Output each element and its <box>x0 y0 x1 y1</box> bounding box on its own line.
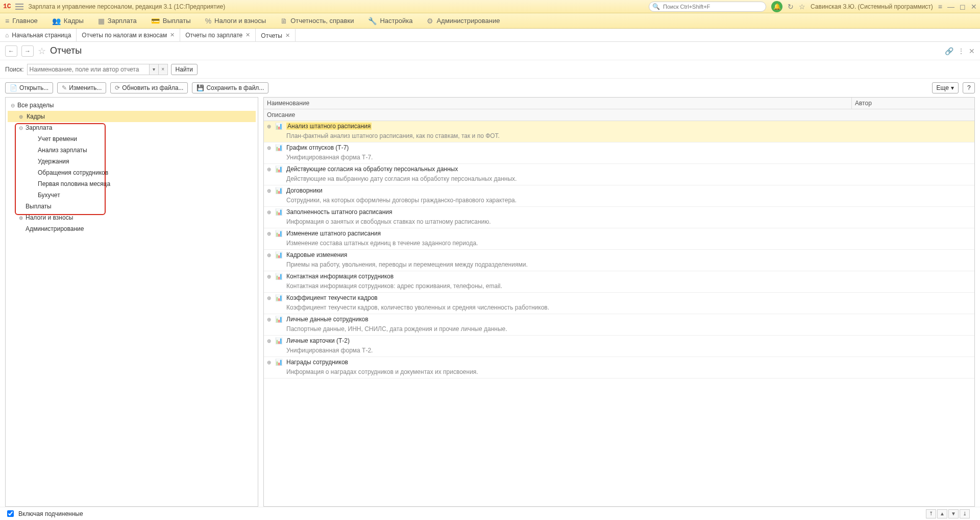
main-menu-item-3[interactable]: 💳Выплаты <box>151 17 191 25</box>
row-expand-icon[interactable]: ⊕ <box>267 188 272 194</box>
footer-bottom-button[interactable]: ⤓ <box>960 509 970 518</box>
tab-0[interactable]: ⌂Начальная страница <box>0 29 77 41</box>
tree-row[interactable]: ⊕Кадры <box>8 111 256 122</box>
tree-row[interactable]: Бухучет <box>8 190 256 201</box>
user-name[interactable]: Савинская З.Ю. (Системный программист) <box>811 3 933 10</box>
global-search[interactable]: 🔍 <box>649 2 766 12</box>
tree-row[interactable]: Администрирование <box>8 223 256 234</box>
more-icon[interactable]: ⋮ <box>958 47 965 55</box>
main-menu-item-2[interactable]: ▦Зарплата <box>98 17 137 25</box>
tree-row[interactable]: ⊖Все разделы <box>8 100 256 111</box>
grid-row[interactable]: ⊕📊Кадровые измененияПриемы на работу, ув… <box>264 250 974 271</box>
main-menu-item-0[interactable]: ≡Главное <box>5 17 38 25</box>
save-to-file-button[interactable]: 💾Сохранить в файл... <box>192 82 268 93</box>
minimize-icon[interactable]: — <box>947 3 954 11</box>
help-button[interactable]: ? <box>963 82 975 93</box>
main-menu-item-4[interactable]: %Налоги и взносы <box>205 17 266 25</box>
grid-header-author[interactable]: Автор <box>852 98 974 109</box>
close-icon[interactable]: ✕ <box>971 3 977 11</box>
more-button[interactable]: Еще ▾ <box>932 82 959 93</box>
open-button[interactable]: 📄Открыть... <box>5 82 53 93</box>
grid-row[interactable]: ⊕📊Изменение штатного расписанияИзменение… <box>264 228 974 250</box>
expand-icon[interactable]: ⊕ <box>18 114 24 120</box>
maximize-icon[interactable]: ◻ <box>960 3 966 11</box>
link-icon[interactable]: 🔗 <box>945 47 953 55</box>
row-expand-icon[interactable]: ⊕ <box>267 317 272 322</box>
row-expand-icon[interactable]: ⊕ <box>267 145 272 151</box>
footer-top-button[interactable]: ⤒ <box>926 509 936 518</box>
tree-row[interactable]: ⊕Налоги и взносы <box>8 212 256 223</box>
close-page-icon[interactable]: ✕ <box>969 47 975 55</box>
favorites-icon[interactable]: ☆ <box>799 3 805 11</box>
grid-row[interactable]: ⊕📊График отпусков (Т-7)Унифицированная ф… <box>264 143 974 164</box>
tree-row[interactable]: Учет времени <box>8 133 256 145</box>
nav-back-button[interactable]: ← <box>5 45 17 57</box>
footer-down-button[interactable]: ▼ <box>948 509 959 518</box>
report-icon: 📊 <box>275 230 283 237</box>
app-logo: 1C <box>3 3 11 10</box>
main-menu-item-7[interactable]: ⚙Администрирование <box>427 17 500 25</box>
grid-row[interactable]: ⊕📊ДоговорникиСотрудники, на которых офор… <box>264 185 974 207</box>
grid-row[interactable]: ⊕📊Коэффициент текучести кадровКоэффициен… <box>264 293 974 314</box>
menu-item-icon: 🗎 <box>280 17 287 25</box>
expand-icon[interactable]: ⊕ <box>18 215 24 221</box>
tab-3[interactable]: Отчеты✕ <box>256 29 295 41</box>
row-expand-icon[interactable]: ⊕ <box>267 167 272 172</box>
grid-row[interactable]: ⊕📊Заполненность штатного расписанияИнфор… <box>264 207 974 228</box>
row-expand-icon[interactable]: ⊕ <box>267 360 272 365</box>
grid-row[interactable]: ⊕📊Анализ штатного расписанияПлан-фактный… <box>264 121 974 143</box>
update-from-file-button[interactable]: ⟳Обновить из файла... <box>110 82 188 93</box>
row-expand-icon[interactable]: ⊕ <box>267 124 272 129</box>
row-expand-icon[interactable]: ⊕ <box>267 252 272 258</box>
history-icon[interactable]: ↻ <box>788 3 794 11</box>
global-search-input[interactable] <box>662 3 763 10</box>
tree-row[interactable]: Обращения сотрудников <box>8 167 256 178</box>
tab-close-icon[interactable]: ✕ <box>170 32 175 38</box>
tree-row[interactable]: Анализ зарплаты <box>8 145 256 156</box>
expand-icon[interactable]: ⊖ <box>10 103 16 108</box>
tab-1[interactable]: Отчеты по налогам и взносам✕ <box>77 29 180 41</box>
notifications-icon[interactable]: 🔔 <box>771 1 782 12</box>
menu-item-label: Администрирование <box>436 17 500 25</box>
edit-button[interactable]: ✎Изменить... <box>57 82 106 93</box>
grid-header-name[interactable]: Наименование <box>264 98 852 109</box>
grid-row[interactable]: ⊕📊Действующие согласия на обработку перс… <box>264 164 974 185</box>
grid-row[interactable]: ⊕📊Контактная информация сотрудниковКонта… <box>264 271 974 293</box>
main-menu-item-6[interactable]: 🔧Настройка <box>368 17 412 25</box>
grid-row[interactable]: ⊕📊Личные карточки (Т-2)Унифицированная ф… <box>264 336 974 357</box>
tree-row[interactable]: Удержания <box>8 156 256 167</box>
settings-icon[interactable]: ≡ <box>938 3 942 11</box>
grid-row[interactable]: ⊕📊Награды сотрудниковИнформация о наград… <box>264 357 974 379</box>
menu-item-label: Кадры <box>64 17 84 25</box>
search-input[interactable] <box>27 64 150 75</box>
tree-row[interactable]: ⊖Зарплата <box>8 122 256 133</box>
tree-row[interactable]: Первая половина месяца <box>8 178 256 190</box>
menu-item-label: Налоги и взносы <box>214 17 266 25</box>
footer-up-button[interactable]: ▲ <box>937 509 947 518</box>
main-menu-item-5[interactable]: 🗎Отчетность, справки <box>280 17 354 25</box>
row-expand-icon[interactable]: ⊕ <box>267 295 272 301</box>
menu-icon[interactable] <box>15 4 23 10</box>
row-expand-icon[interactable]: ⊕ <box>267 231 272 237</box>
grid-row[interactable]: ⊕📊Личные данные сотрудниковПаспортные да… <box>264 314 974 336</box>
search-icon: 🔍 <box>652 3 660 10</box>
row-expand-icon[interactable]: ⊕ <box>267 338 272 344</box>
tab-close-icon[interactable]: ✕ <box>246 32 250 38</box>
search-dropdown-button[interactable]: ▾ <box>150 64 159 75</box>
tab-2[interactable]: Отчеты по зарплате✕ <box>180 29 256 41</box>
tree-label: Бухучет <box>38 192 60 199</box>
row-expand-icon[interactable]: ⊕ <box>267 209 272 215</box>
include-children-checkbox[interactable]: Включая подчиненные <box>5 509 83 518</box>
star-icon[interactable]: ☆ <box>38 45 46 57</box>
tree-row[interactable]: Выплаты <box>8 201 256 212</box>
main-menu-item-1[interactable]: 👥Кадры <box>52 17 84 25</box>
row-expand-icon[interactable]: ⊕ <box>267 274 272 279</box>
include-children-input[interactable] <box>7 510 14 517</box>
content: ⊖Все разделы⊕Кадры⊖ЗарплатаУчет времениА… <box>0 97 980 507</box>
expand-icon[interactable]: ⊖ <box>18 125 24 131</box>
nav-forward-button[interactable]: → <box>21 45 34 57</box>
menu-item-icon: 💳 <box>151 17 160 25</box>
tab-close-icon[interactable]: ✕ <box>285 32 290 39</box>
search-clear-button[interactable]: × <box>159 64 168 75</box>
find-button[interactable]: Найти <box>171 64 198 75</box>
